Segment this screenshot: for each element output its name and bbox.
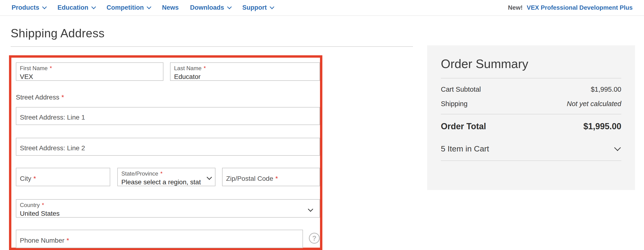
question-mark-glyph: ? (312, 235, 316, 242)
country-select[interactable]: Country* United States (16, 199, 320, 218)
summary-divider (441, 78, 621, 78)
page-title: Shipping Address (11, 26, 104, 40)
chevron-down-icon (227, 4, 232, 9)
summary-divider (441, 160, 621, 161)
chevron-down-icon (614, 144, 621, 151)
order-summary-title: Order Summary (441, 57, 621, 71)
nav-item-label: Products (12, 4, 39, 11)
shipping-value: Not yet calculated (567, 100, 621, 108)
state-province-label: State/Province* (121, 170, 212, 177)
cart-subtotal-value: $1,995.00 (591, 85, 621, 93)
order-total-value: $1,995.00 (584, 121, 621, 131)
required-asterisk: * (160, 170, 162, 177)
required-asterisk: * (204, 65, 206, 71)
items-in-cart-toggle[interactable]: 5 Item in Cart (441, 144, 621, 153)
street-address-line1-input[interactable]: Street Address: Line 1 (16, 107, 320, 125)
nav-item-label: Support (242, 4, 267, 11)
state-province-value: Please select a region, stat (121, 178, 204, 186)
shipping-row: Shipping Not yet calculated (441, 100, 621, 108)
first-name-value: VEX (20, 73, 160, 81)
nav-item-label: Education (58, 4, 88, 11)
required-asterisk: * (66, 237, 69, 244)
chevron-down-icon (42, 4, 47, 9)
chevron-down-icon (270, 4, 274, 9)
help-icon[interactable]: ? (309, 233, 320, 244)
cart-subtotal-label: Cart Subtotal (441, 85, 481, 93)
last-name-label: Last Name* (174, 65, 316, 72)
nav-item-news[interactable]: News (162, 4, 179, 11)
city-field[interactable]: City* (16, 168, 110, 186)
nav-item-education[interactable]: Education (58, 4, 95, 11)
cart-subtotal-row: Cart Subtotal $1,995.00 (441, 85, 621, 93)
country-value: United States (20, 210, 316, 217)
street-address-label: Street Address* (16, 94, 64, 101)
country-label: Country* (20, 202, 316, 208)
required-asterisk: * (275, 175, 278, 182)
last-name-field[interactable]: Last Name* Educator (170, 62, 320, 81)
phone-number-label: Phone Number* (20, 237, 69, 244)
promo-prefix: New! (508, 4, 523, 11)
city-label: City* (20, 175, 36, 182)
chevron-down-icon (91, 4, 96, 9)
nav-item-label: News (162, 4, 179, 11)
nav-item-downloads[interactable]: Downloads (190, 4, 231, 11)
top-nav-bar: Products Education Competition News Down… (0, 0, 644, 16)
summary-divider (441, 114, 621, 114)
order-summary-panel: Order Summary Cart Subtotal $1,995.00 Sh… (427, 45, 635, 190)
nav-item-support[interactable]: Support (242, 4, 274, 11)
shipping-label: Shipping (441, 100, 468, 108)
street-line1-placeholder: Street Address: Line 1 (20, 114, 85, 121)
title-divider (11, 46, 413, 47)
zip-postal-code-label: Zip/Postal Code* (226, 175, 278, 182)
required-asterisk: * (62, 94, 64, 101)
zip-postal-code-field[interactable]: Zip/Postal Code* (222, 168, 320, 186)
shipping-address-form-highlight: First Name* VEX Last Name* Educator Stre… (9, 55, 322, 250)
items-in-cart-label: 5 Item in Cart (441, 144, 489, 153)
nav-item-label: Downloads (190, 4, 224, 11)
chevron-down-icon (147, 4, 151, 9)
required-asterisk: * (50, 65, 52, 71)
required-asterisk: * (42, 202, 44, 208)
nav-item-products[interactable]: Products (12, 4, 46, 11)
first-name-field[interactable]: First Name* VEX (16, 62, 164, 81)
order-total-label: Order Total (441, 121, 486, 131)
promo-link[interactable]: VEX Professional Development Plus (527, 4, 633, 11)
order-total-row: Order Total $1,995.00 (441, 121, 621, 131)
nav-item-competition[interactable]: Competition (107, 4, 151, 11)
phone-number-field[interactable]: Phone Number* (16, 230, 303, 248)
nav-item-label: Competition (107, 4, 144, 11)
promo-banner: New! VEX Professional Development Plus (508, 4, 633, 11)
state-province-select[interactable]: State/Province* Please select a region, … (117, 168, 216, 186)
street-address-line2-input[interactable]: Street Address: Line 2 (16, 138, 320, 156)
first-name-label: First Name* (20, 65, 160, 72)
last-name-value: Educator (174, 73, 316, 81)
required-asterisk: * (33, 175, 36, 182)
street-line2-placeholder: Street Address: Line 2 (20, 144, 85, 152)
main-nav: Products Education Competition News Down… (12, 4, 274, 11)
